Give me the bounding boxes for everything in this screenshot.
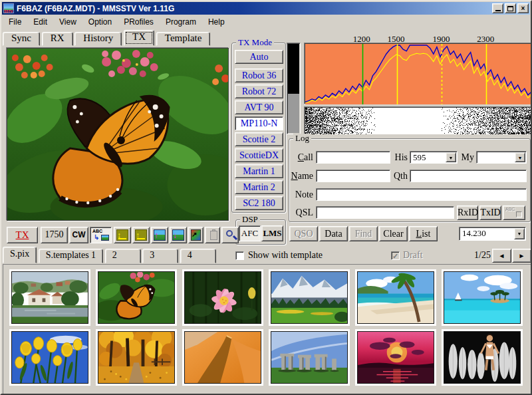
data-button[interactable]: Data xyxy=(319,226,348,241)
up-arrow-icon: ↑ xyxy=(135,229,147,241)
edit-picture-button[interactable]: ↗ xyxy=(188,227,203,243)
thumbnail-beach[interactable] xyxy=(355,269,436,326)
zoom-preview-button[interactable] xyxy=(221,227,239,243)
thumbnail-village[interactable] xyxy=(9,269,90,326)
mode-scottiedx[interactable]: ScottieDX xyxy=(235,148,283,162)
menu-option[interactable]: Option xyxy=(82,16,118,29)
tx-button[interactable]: TX xyxy=(7,227,38,243)
spectrum-display[interactable] xyxy=(304,43,531,104)
title-bar: F6BAZ (F6BAZ.MDT) - MMSSTV Ver 1.11G × xyxy=(2,2,530,15)
thumbnail-dune[interactable] xyxy=(182,329,263,386)
next-page-button[interactable]: ► xyxy=(512,249,531,263)
prev-page-button[interactable]: ◄ xyxy=(492,249,511,263)
tab-tx[interactable]: TX xyxy=(124,30,154,46)
mode-mp110n[interactable]: MP110-N xyxy=(235,116,283,130)
picture-up-button[interactable]: ↑ xyxy=(151,227,168,243)
qso-button[interactable]: QSO xyxy=(289,226,318,241)
my-dropdown-icon[interactable]: ▼ xyxy=(515,152,525,162)
thumbnail-stonehenge[interactable] xyxy=(269,329,350,386)
tab-sync[interactable]: Sync xyxy=(3,32,40,46)
qsl-input[interactable] xyxy=(316,206,454,219)
frequency-combo[interactable]: 14.230 ▼ xyxy=(459,227,526,241)
tab-spix[interactable]: S.pix xyxy=(3,247,37,263)
magnifier-handle xyxy=(233,235,237,240)
mini-image-icon xyxy=(101,235,109,241)
mode-robot36[interactable]: Robot 36 xyxy=(235,68,283,82)
draft-checkbox[interactable]: ✓ xyxy=(391,251,400,260)
thumbnail-feather-costume[interactable] xyxy=(442,329,523,386)
thumbnail-sunset[interactable] xyxy=(355,329,436,386)
tab-rx[interactable]: RX xyxy=(42,32,73,46)
tab-template[interactable]: Template xyxy=(156,32,211,46)
qth-input[interactable] xyxy=(410,170,527,182)
arrow-icon: ↳ xyxy=(94,233,99,241)
menu-help[interactable]: Help xyxy=(202,16,231,29)
template-text-to-image-button[interactable]: ABC ↳ xyxy=(90,227,112,243)
find-button[interactable]: Find xyxy=(349,226,378,241)
thumbnail-butterfly[interactable] xyxy=(96,269,177,326)
txid-button[interactable]: TxID xyxy=(479,205,501,220)
my-combo[interactable]: ▼ xyxy=(476,151,527,164)
rxid-button[interactable]: RxID xyxy=(457,205,478,220)
mode-auto[interactable]: Auto xyxy=(235,50,283,64)
menu-program[interactable]: Program xyxy=(160,16,202,29)
name-input[interactable] xyxy=(316,170,390,182)
clipboard-body xyxy=(210,231,217,240)
menu-view[interactable]: View xyxy=(53,16,82,29)
clear-button[interactable]: Clear xyxy=(379,226,408,241)
signal-level-meter[interactable] xyxy=(287,43,301,134)
name-label: Name xyxy=(289,171,313,182)
tab-stemplates2[interactable]: 2 xyxy=(105,249,141,263)
log-caption: Log xyxy=(293,134,311,143)
tab-stemplates3[interactable]: 3 xyxy=(142,249,178,263)
tx-mode-group: TX Mode Auto Robot 36 Robot 72 AVT 90 MP… xyxy=(231,43,286,213)
his-dropdown-icon[interactable]: ▼ xyxy=(446,152,456,162)
menu-edit[interactable]: Edit xyxy=(27,16,53,29)
cw-freq-button[interactable]: 1750 xyxy=(41,227,68,243)
frequency-dropdown-icon[interactable]: ▼ xyxy=(514,228,525,239)
close-button[interactable]: × xyxy=(517,3,529,13)
mode-martin2[interactable]: Martin 2 xyxy=(235,180,283,194)
note-input[interactable] xyxy=(316,188,527,201)
tab-stemplates4[interactable]: 4 xyxy=(180,249,216,263)
waterfall-display[interactable] xyxy=(304,106,531,134)
cw-button[interactable]: CW xyxy=(69,227,88,243)
thumbnail-mountain-lake[interactable] xyxy=(269,269,350,326)
load-stock-updown-button[interactable]: ↕ xyxy=(114,227,131,243)
menu-profiles[interactable]: PRofiles xyxy=(118,16,160,29)
edit-picture-icon: ↗ xyxy=(191,229,201,241)
tab-history[interactable]: History xyxy=(74,32,122,46)
thumbnail-autumn[interactable] xyxy=(96,329,177,386)
show-with-template-checkbox[interactable] xyxy=(235,251,244,260)
mode-robot72[interactable]: Robot 72 xyxy=(235,84,283,98)
dsp-afc-button[interactable]: AFC xyxy=(239,225,261,241)
tx-picture-butterfly[interactable] xyxy=(7,48,229,221)
mode-avt90[interactable]: AVT 90 xyxy=(235,100,283,114)
thumbnail-lotus[interactable] xyxy=(182,269,263,326)
paste-clipboard-button[interactable] xyxy=(205,227,220,243)
close-icon: × xyxy=(521,5,525,12)
mode-martin1[interactable]: Martin 1 xyxy=(235,164,283,178)
abc-checkbox xyxy=(516,211,522,217)
his-value: 595 xyxy=(413,152,426,163)
note-label: Note xyxy=(291,190,313,200)
picture-down-button[interactable]: ↓ xyxy=(170,227,187,243)
dsp-lms-button[interactable]: LMS xyxy=(261,225,283,241)
menu-file[interactable]: File xyxy=(3,16,27,29)
his-combo[interactable]: 595 ▼ xyxy=(410,151,458,164)
tab-stemplates1[interactable]: S.templates 1 xyxy=(39,249,103,263)
mode-sc2180[interactable]: SC2 180 xyxy=(235,196,283,210)
minimize-button[interactable] xyxy=(492,3,503,13)
mode-scottie2[interactable]: Scottie 2 xyxy=(235,132,283,146)
thumbnail-tulips[interactable] xyxy=(9,329,90,386)
draft-label: Draft xyxy=(403,250,423,261)
call-label: Call xyxy=(291,152,313,163)
list-button[interactable]: List xyxy=(409,226,438,241)
maximize-button[interactable] xyxy=(505,3,516,13)
load-stock-up-button[interactable]: ↑ xyxy=(132,227,150,243)
frequency-value: 14.230 xyxy=(462,228,486,239)
abc-overlay-button[interactable]: ABC xyxy=(503,205,525,220)
picture-up-icon: ↑ xyxy=(154,229,166,241)
call-input[interactable] xyxy=(316,151,390,164)
thumbnail-island[interactable] xyxy=(442,269,523,326)
